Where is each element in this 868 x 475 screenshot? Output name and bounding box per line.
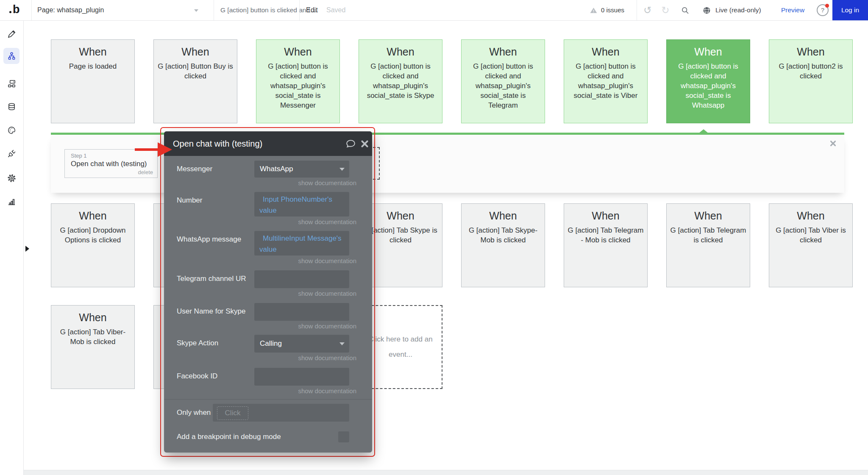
- show-documentation-link[interactable]: show documentation: [254, 387, 356, 395]
- event-card[interactable]: WhenG [action] button is clicked and wha…: [359, 39, 442, 123]
- show-documentation-link[interactable]: show documentation: [254, 218, 356, 226]
- close-icon[interactable]: [360, 139, 369, 148]
- show-documentation-link[interactable]: show documentation: [254, 290, 356, 297]
- sidebar-item-styles[interactable]: [3, 122, 19, 138]
- number-expression-input[interactable]: Input PhoneNumber's value: [254, 192, 349, 217]
- warning-triangle-icon: [588, 0, 598, 20]
- field-row-whatsapp-message: WhatsApp message MultilineInput Message'…: [254, 231, 356, 265]
- modal-title: Open chat with (testing): [173, 131, 262, 156]
- sidebar-collapse-icon[interactable]: [25, 246, 29, 252]
- workflow-selector[interactable]: G [action] button is clicked and ...: [220, 0, 317, 20]
- sidebar-item-plugins[interactable]: [3, 145, 19, 161]
- show-documentation-link[interactable]: show documentation: [254, 179, 356, 187]
- page-selector[interactable]: Page: whatsap_plugin: [37, 0, 104, 20]
- divider: [164, 399, 372, 400]
- breakpoint-row: Add a breakpoint in debug mode: [164, 431, 372, 442]
- skype-username-input[interactable]: [254, 303, 349, 321]
- bar-chart-icon: [7, 197, 17, 206]
- sidebar-item-components[interactable]: [3, 75, 19, 92]
- chevron-down-icon: [339, 168, 345, 171]
- event-card[interactable]: WhenG [action] Tab Viber-Mob is clicked: [51, 305, 135, 389]
- divider: [214, 0, 214, 20]
- event-card[interactable]: WhenG [action] button is clicked and wha…: [564, 39, 648, 123]
- horizontal-scrollbar[interactable]: [0, 470, 868, 475]
- notification-badge: [825, 4, 829, 8]
- step-delete-link[interactable]: delete: [138, 169, 153, 175]
- event-card[interactable]: WhenG [action] Tab Telegram - Mob is cli…: [564, 203, 648, 287]
- show-documentation-link[interactable]: show documentation: [254, 257, 356, 265]
- plug-icon: [7, 149, 17, 158]
- chevron-down-icon: [339, 342, 345, 345]
- only-when-row: Only when Click: [164, 404, 372, 422]
- event-card[interactable]: WhenG [action] Tab Telegram is clicked: [666, 203, 750, 287]
- globe-icon: [701, 0, 712, 20]
- database-icon: [7, 102, 17, 112]
- left-sidebar: [0, 20, 24, 475]
- live-readonly-toggle[interactable]: Live (read-only): [715, 0, 761, 20]
- sidebar-item-data[interactable]: [3, 99, 19, 115]
- comment-bubble-icon[interactable]: [345, 139, 356, 149]
- sidebar-item-settings[interactable]: [3, 170, 19, 186]
- telegram-channel-input[interactable]: [254, 270, 349, 288]
- undo-icon[interactable]: ↺: [641, 0, 654, 20]
- event-card[interactable]: WhenPage is loaded: [51, 39, 135, 123]
- event-card[interactable]: WhenG [action] Tab Viber is clicked: [769, 203, 853, 287]
- palette-icon: [7, 125, 17, 135]
- only-when-label: Only when: [177, 404, 211, 422]
- divider: [637, 0, 637, 20]
- field-row-telegram-url: Telegram channel UR show documentation: [254, 270, 356, 297]
- skype-action-select[interactable]: Calling: [254, 335, 349, 353]
- show-documentation-link[interactable]: show documentation: [254, 354, 356, 362]
- redo-icon[interactable]: ↻: [659, 0, 672, 20]
- field-row-messenger: Messenger WhatsApp show documentation: [254, 161, 356, 187]
- pencil-icon: [7, 29, 17, 39]
- breakpoint-checkbox[interactable]: [338, 431, 349, 442]
- event-card[interactable]: WhenG [action] button2 is clicked: [769, 39, 853, 123]
- event-card[interactable]: WhenG [action] button is clicked and wha…: [256, 39, 340, 123]
- sidebar-item-design[interactable]: [3, 26, 19, 42]
- field-row-facebook-id: Facebook ID show documentation: [254, 368, 356, 395]
- field-row-skype-action: Skype Action Calling show documentation: [254, 335, 356, 362]
- step-number: Step 1: [71, 153, 151, 159]
- highlight-red-frame: Open chat with (testing) Messenger Whats…: [160, 127, 375, 457]
- field-row-skype-username: User Name for Skype show documentation: [254, 303, 356, 330]
- top-toolbar: b Page: whatsap_plugin G [action] button…: [0, 0, 868, 21]
- preview-link[interactable]: Preview: [781, 0, 804, 20]
- help-icon[interactable]: ?: [816, 0, 829, 20]
- sidebar-item-logs[interactable]: [3, 193, 19, 209]
- login-button[interactable]: Log in: [832, 0, 868, 20]
- components-icon: [7, 79, 17, 89]
- messenger-select[interactable]: WhatsApp: [254, 161, 349, 178]
- bubble-editor: b Page: whatsap_plugin G [action] button…: [0, 0, 868, 475]
- chevron-down-icon: [282, 9, 287, 12]
- step-card[interactable]: Step 1 Open chat with (testing) delete: [64, 149, 158, 178]
- field-row-number: Number Input PhoneNumber's value show do…: [254, 192, 356, 226]
- only-when-condition-input[interactable]: Click: [213, 404, 349, 422]
- workflow-tree-icon: [7, 51, 17, 61]
- gear-icon: [7, 173, 17, 183]
- event-card-selected[interactable]: WhenG [action] button is clicked and wha…: [666, 39, 750, 123]
- saved-status: Saved: [326, 0, 345, 20]
- event-card[interactable]: WhenG [action] button is clicked and wha…: [461, 39, 545, 123]
- whatsapp-message-expression-input[interactable]: MultilineInput Message's value: [254, 231, 349, 256]
- logo-letter: b: [13, 3, 20, 16]
- step-title: Open chat with (testing): [71, 160, 151, 168]
- bubble-logo-icon[interactable]: b: [7, 0, 26, 20]
- menu-edit[interactable]: Edit: [306, 0, 318, 20]
- divider: [299, 0, 300, 20]
- sidebar-item-workflow[interactable]: [3, 48, 19, 64]
- divider: [31, 0, 32, 20]
- search-icon[interactable]: [678, 0, 692, 20]
- issues-counter[interactable]: 0 issues: [601, 0, 624, 20]
- event-card[interactable]: WhenG [action] Tab Skype-Mob is clicked: [461, 203, 545, 287]
- help-glyph: ?: [821, 6, 824, 14]
- only-when-placeholder[interactable]: Click: [217, 406, 248, 420]
- show-documentation-link[interactable]: show documentation: [254, 322, 356, 330]
- facebook-id-input[interactable]: [254, 368, 349, 386]
- modal-header[interactable]: Open chat with (testing): [164, 131, 372, 156]
- event-card[interactable]: WhenG [action] Button Buy is clicked: [153, 39, 237, 123]
- action-properties-modal: Open chat with (testing) Messenger Whats…: [164, 131, 372, 453]
- close-steps-icon[interactable]: [829, 140, 837, 147]
- event-card[interactable]: WhenG [action] Dropdown Options is click…: [51, 203, 135, 287]
- breakpoint-label: Add a breakpoint in debug mode: [177, 431, 281, 442]
